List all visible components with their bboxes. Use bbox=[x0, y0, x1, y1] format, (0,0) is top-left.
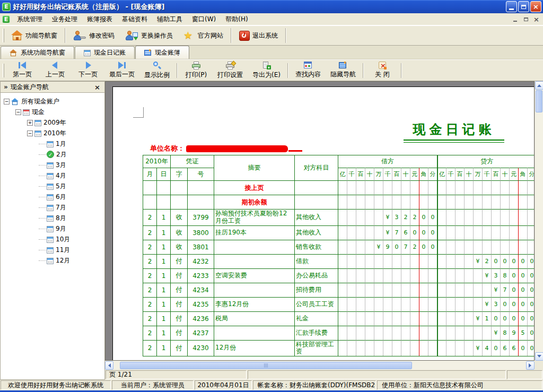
journal-cell bbox=[356, 283, 365, 297]
sidebar-close-icon[interactable]: × bbox=[93, 83, 101, 91]
tree-item-10月[interactable]: 10月 bbox=[3, 234, 104, 245]
journal-cell bbox=[464, 254, 473, 268]
toolbar-button-label: 查找内容 bbox=[295, 70, 321, 79]
document-tab[interactable]: 系统功能导航窗 bbox=[1, 46, 74, 59]
scroll-right-icon[interactable] bbox=[526, 361, 535, 370]
journal-cell: 4230 bbox=[187, 340, 214, 356]
menu-item[interactable]: 帮助(H) bbox=[221, 14, 252, 25]
journal-cell: 6 bbox=[500, 340, 509, 356]
report-toolbar-button[interactable]: 查找内容 bbox=[291, 60, 326, 80]
journal-cell: 3801 bbox=[187, 240, 214, 254]
tree-item-7月[interactable]: 7月 bbox=[3, 202, 104, 213]
expand-expander-icon[interactable]: + bbox=[27, 120, 33, 126]
table-row: 21付4235李惠12月份公司员工工资¥30000 bbox=[143, 297, 535, 311]
journal-cell bbox=[410, 268, 419, 283]
window-close-button[interactable]: × bbox=[530, 1, 541, 12]
scroll-up-icon[interactable] bbox=[535, 81, 543, 90]
journal-cell bbox=[482, 195, 491, 209]
toolbar-button[interactable]: 退出系统 bbox=[234, 28, 283, 43]
report-toolbar-button[interactable]: 打印设置 bbox=[213, 60, 248, 80]
journal-cell bbox=[428, 254, 437, 268]
menu-item[interactable]: 业务处理 bbox=[47, 14, 82, 25]
horizontal-scrollbar[interactable] bbox=[105, 361, 535, 370]
report-toolbar-button[interactable]: 隐藏导航 bbox=[326, 60, 361, 80]
tree-item-12月[interactable]: 12月 bbox=[3, 255, 104, 266]
report-status-bar: 页 1/21 bbox=[105, 370, 543, 380]
tree-item-5月[interactable]: 5月 bbox=[3, 181, 104, 191]
toolbar-button[interactable]: 更换操作员 bbox=[120, 28, 178, 43]
menu-item[interactable]: 基础资料 bbox=[117, 14, 152, 25]
journal-cell bbox=[392, 180, 401, 195]
menu-item[interactable]: 账簿报表 bbox=[82, 14, 117, 25]
tree-item-11月[interactable]: 11月 bbox=[3, 245, 104, 255]
journal-cell: 销售收款 bbox=[294, 240, 338, 254]
window-restore-button[interactable] bbox=[518, 1, 529, 12]
journal-cell bbox=[365, 283, 374, 297]
switch-user-icon bbox=[125, 31, 138, 41]
home-icon bbox=[11, 30, 23, 41]
tree-item-9月[interactable]: 9月 bbox=[3, 223, 104, 234]
journal-cell bbox=[401, 283, 410, 297]
document-tab-bar: 系统功能导航窗现金日记账现金账簿 bbox=[0, 46, 543, 59]
journal-cell bbox=[482, 209, 491, 225]
collapse-expander-icon[interactable]: − bbox=[27, 130, 33, 136]
menu-item[interactable]: 辅助工具 bbox=[152, 14, 187, 25]
tree-item-所有现金账户[interactable]: −所有现金账户 bbox=[3, 96, 104, 107]
horizontal-scroll-thumb[interactable] bbox=[120, 362, 412, 369]
tree-item-8月[interactable]: 8月 bbox=[3, 213, 104, 223]
collapse-expander-icon[interactable]: − bbox=[15, 109, 21, 115]
collapse-expander-icon[interactable]: − bbox=[4, 99, 10, 104]
collapse-sidebar-icon[interactable]: » bbox=[4, 83, 8, 91]
report-toolbar-button[interactable]: 导出为(E) bbox=[248, 60, 285, 80]
report-toolbar-button[interactable]: 最后一页 bbox=[104, 60, 139, 80]
journal-cell: 2 bbox=[143, 268, 156, 283]
report-toolbar-button[interactable]: 关 闭 bbox=[366, 60, 399, 80]
app-status-bar: 欢迎使用好好用财务出纳记帐系统 当前用户：系统管理员 2010年04月01日 帐… bbox=[0, 380, 543, 390]
toolbar-button[interactable]: 修改密码 bbox=[68, 28, 120, 43]
tree-item-2010年[interactable]: −2010年 bbox=[3, 128, 104, 138]
tree-item-6月[interactable]: 6月 bbox=[3, 191, 104, 202]
document-tab[interactable]: 现金日记账 bbox=[75, 46, 135, 59]
scroll-down-icon[interactable] bbox=[535, 352, 543, 361]
tree-item-现金[interactable]: −现金 bbox=[3, 107, 104, 117]
report-toolbar-button[interactable]: 打印(P) bbox=[180, 60, 213, 80]
scroll-left-icon[interactable] bbox=[105, 361, 113, 370]
journal-cell: 2 bbox=[143, 209, 156, 225]
toolbar-button-label: 隐藏导航 bbox=[330, 70, 356, 79]
journal-cell bbox=[419, 311, 428, 326]
tree-guide-line bbox=[39, 144, 46, 144]
document-tab[interactable]: 现金账簿 bbox=[135, 46, 189, 59]
journal-cell bbox=[383, 180, 392, 195]
report-toolbar-button[interactable]: 显示比例 bbox=[139, 60, 174, 80]
document-close-button[interactable]: × bbox=[532, 15, 541, 23]
app-window: E 好好用财务出纳记账系统（注册版） - [现金账簿] × E 系统管理业务处理… bbox=[0, 0, 543, 392]
column-header: 千 bbox=[347, 168, 356, 180]
tree-item-4月[interactable]: 4月 bbox=[3, 170, 104, 181]
journal-cell bbox=[338, 283, 347, 297]
tree-item-3月[interactable]: 3月 bbox=[3, 160, 104, 170]
vertical-scrollbar[interactable] bbox=[535, 81, 543, 361]
report-toolbar-button[interactable]: 第一页 bbox=[6, 60, 39, 80]
journal-cell bbox=[518, 195, 527, 209]
column-header: 万 bbox=[473, 168, 482, 180]
document-restore-button[interactable] bbox=[521, 15, 530, 23]
vertical-scroll-thumb[interactable] bbox=[536, 90, 542, 112]
window-minimize-button[interactable] bbox=[506, 1, 517, 12]
document-minimize-button[interactable] bbox=[511, 15, 520, 23]
toolbar-button[interactable]: 官方网站 bbox=[178, 28, 229, 43]
menu-item[interactable]: 窗口(W) bbox=[187, 14, 221, 25]
journal-cell: 0 bbox=[518, 283, 527, 297]
report-toolbar-button[interactable]: 下一页 bbox=[72, 60, 104, 80]
journal-cell bbox=[347, 209, 356, 225]
column-header: 十 bbox=[401, 168, 410, 180]
tree-item-label: 12月 bbox=[56, 256, 70, 265]
menu-item[interactable]: 系统管理 bbox=[12, 14, 47, 25]
journal-cell bbox=[356, 268, 365, 283]
tree-item-2009年[interactable]: +2009年 bbox=[3, 117, 104, 128]
journal-cell: 2 bbox=[143, 340, 156, 356]
toolbar-button[interactable]: 功能导航窗 bbox=[6, 28, 63, 43]
tree-item-1月[interactable]: 1月 bbox=[3, 138, 104, 149]
tree-item-2月[interactable]: 2月 bbox=[3, 149, 104, 160]
column-header: 百 bbox=[455, 168, 464, 180]
report-toolbar-button[interactable]: 上一页 bbox=[39, 60, 72, 80]
